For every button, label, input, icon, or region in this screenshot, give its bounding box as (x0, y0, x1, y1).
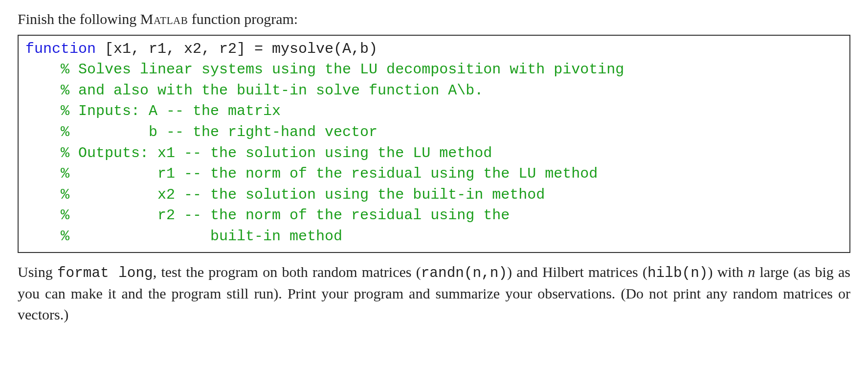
outro-t3: ) and Hilbert matrices ( (507, 264, 647, 280)
outro-math-n: n (748, 264, 755, 280)
function-signature: [x1, r1, x2, r2] = mysolve(A,b) (96, 41, 378, 57)
comment-line-6: % r1 -- the norm of the residual using t… (61, 165, 598, 182)
comment-line-3: % Inputs: A -- the matrix (61, 103, 281, 119)
intro-prefix: Finish the following (18, 11, 140, 27)
comment-line-7: % x2 -- the solution using the built-in … (61, 186, 545, 203)
comment-line-8: % r2 -- the norm of the residual using t… (61, 207, 510, 224)
comment-line-5: % Outputs: x1 -- the solution using the … (61, 145, 492, 161)
comment-line-1: % Solves linear systems using the LU dec… (61, 61, 624, 78)
outro-t2: , test the program on both random matric… (153, 264, 421, 280)
keyword-function: function (25, 41, 96, 57)
outro-tt-format-long: format long (57, 265, 153, 281)
intro-suffix: function program: (188, 11, 298, 27)
comment-line-4: % b -- the right-hand vector (61, 124, 378, 140)
outro-t4: ) with (708, 264, 748, 280)
outro-paragraph: Using format long, test the program on b… (18, 262, 850, 325)
outro-t1: Using (18, 264, 57, 280)
page-container: Finish the following Matlab function pro… (0, 0, 868, 340)
code-listing: function [x1, r1, x2, r2] = mysolve(A,b)… (18, 35, 850, 253)
intro-line: Finish the following Matlab function pro… (18, 9, 850, 30)
matlab-name: Matlab (140, 11, 188, 27)
outro-tt-randn: randn(n,n) (421, 265, 507, 281)
comment-line-2: % and also with the built-in solve funct… (61, 82, 483, 99)
comment-line-9: % built-in method (61, 228, 342, 245)
outro-tt-hilb: hilb(n) (647, 265, 708, 281)
